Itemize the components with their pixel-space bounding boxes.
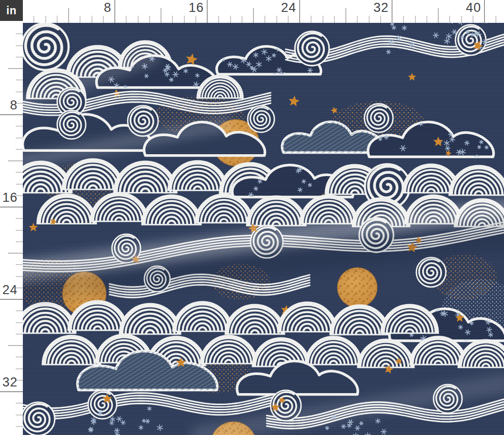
ruler-tick (195, 16, 196, 23)
ruler-tick (16, 403, 23, 404)
ruler-number: 8 (104, 1, 111, 14)
ruler-tick (264, 16, 265, 23)
ruler-tick (16, 310, 23, 311)
ruler-horizontal: 816243240 (0, 0, 504, 23)
ruler-number: 32 (2, 376, 18, 389)
ruler-tick (138, 16, 139, 23)
ruler-tick (0, 114, 23, 115)
ruler-tick (126, 16, 127, 23)
ruler-tick (103, 16, 104, 23)
ruler-tick (345, 8, 346, 23)
ruler-tick (8, 345, 23, 346)
ruler-tick (161, 8, 161, 23)
ruler-tick (16, 184, 23, 185)
ruler-tick (461, 16, 462, 23)
ruler-tick (473, 16, 474, 23)
ruler-tick (16, 368, 23, 369)
ruler-tick (207, 0, 208, 23)
ruler-tick (242, 16, 242, 23)
ruler-tick (16, 91, 23, 92)
ruler-tick (16, 356, 23, 357)
ruler-tick (91, 16, 92, 23)
ruler-tick (369, 16, 370, 23)
ruler-tick (16, 149, 23, 150)
unit-label-box: in (0, 0, 23, 21)
ruler-tick (172, 16, 173, 23)
ruler-tick (16, 241, 23, 242)
ruler-tick (449, 16, 450, 23)
ruler-tick (415, 16, 416, 23)
ruler-vertical: 8162432 (0, 0, 23, 435)
ruler-tick (80, 16, 81, 23)
ruler-tick (16, 264, 23, 265)
ruler-tick (16, 415, 23, 415)
ruler-number: 8 (10, 99, 18, 112)
ruler-tick (392, 0, 393, 23)
ruler-tick (276, 16, 277, 23)
ruler-tick (495, 16, 496, 23)
ruler-tick (299, 0, 300, 23)
ruler-tick (33, 16, 34, 23)
ruler-tick (184, 16, 185, 23)
ruler-tick (426, 16, 427, 23)
ruler-tick (16, 426, 23, 427)
ruler-tick (8, 68, 23, 69)
ruler-number: 32 (373, 1, 389, 14)
fabric-preview (23, 23, 504, 435)
ruler-tick (0, 299, 23, 300)
ruler-tick (149, 16, 150, 23)
ruler-number: 24 (2, 284, 18, 297)
ruler-tick (45, 16, 46, 23)
ruler-tick (0, 207, 23, 208)
ruler-tick (253, 8, 254, 23)
ruler-tick (311, 16, 312, 23)
ruler-tick (16, 33, 23, 34)
ruler-tick (403, 16, 404, 23)
ruler-tick (57, 16, 58, 23)
ruler-tick (218, 16, 219, 23)
ruler-tick (16, 126, 23, 127)
ruler-tick (16, 57, 23, 58)
ruler-tick (357, 16, 358, 23)
ruler-tick (16, 218, 23, 219)
ruler-number: 40 (466, 1, 481, 14)
ruler-tick (16, 138, 23, 138)
unit-label: in (6, 4, 16, 17)
ruler-tick (288, 16, 289, 23)
ruler-tick (16, 276, 23, 277)
ruler-tick (16, 230, 23, 231)
ruler-number: 24 (281, 1, 296, 14)
ruler-tick (16, 172, 23, 173)
ruler-number: 16 (189, 1, 204, 14)
ruler-tick (230, 16, 231, 23)
ruler-tick (0, 391, 23, 392)
fabric-pattern-image (23, 23, 504, 435)
ruler-tick (16, 322, 23, 323)
ruler-tick (8, 253, 23, 254)
ruler-tick (334, 16, 335, 23)
ruler-tick (484, 0, 485, 23)
ruler-tick (8, 160, 23, 161)
ruler-tick (68, 8, 69, 23)
ruler-tick (438, 8, 439, 23)
ruler-tick (380, 16, 381, 23)
ruler-tick (16, 45, 23, 46)
ruler-tick (323, 16, 323, 23)
ruler-tick (114, 0, 115, 23)
ruler-number: 16 (2, 191, 18, 204)
ruler-tick (16, 79, 23, 80)
ruler-tick (16, 334, 23, 335)
